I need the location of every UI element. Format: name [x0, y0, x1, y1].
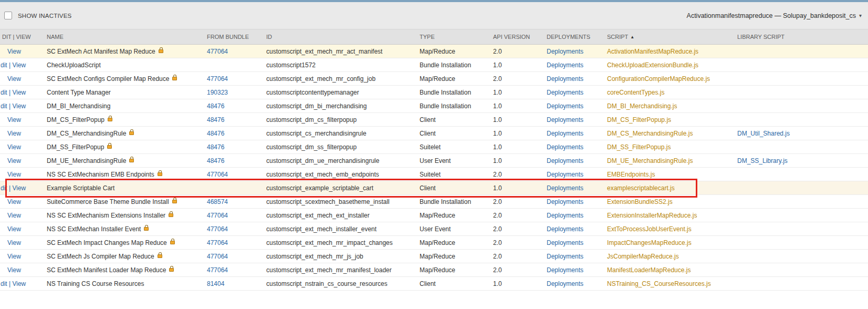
- view-link[interactable]: View: [7, 75, 21, 83]
- view-link[interactable]: View: [7, 143, 21, 151]
- view-link[interactable]: View: [7, 239, 21, 246]
- edit-link[interactable]: dit: [1, 280, 7, 287]
- deployments-link[interactable]: Deployments: [547, 225, 583, 233]
- script-name: CheckUploadScript: [47, 61, 101, 69]
- view-link[interactable]: View: [12, 89, 26, 96]
- column-header-script[interactable]: SCRIPT▲: [605, 34, 735, 40]
- bundle-link[interactable]: 477064: [207, 212, 228, 219]
- edit-link[interactable]: dit: [1, 89, 7, 96]
- deployments-link[interactable]: Deployments: [547, 253, 583, 260]
- deployments-link[interactable]: Deployments: [547, 143, 583, 151]
- script-file-link[interactable]: DM_CS_FilterPopup.js: [607, 116, 671, 123]
- bundle-link[interactable]: 477064: [207, 75, 228, 83]
- script-file-link[interactable]: DM_UE_MerchandisingRule.js: [607, 157, 693, 164]
- view-link[interactable]: View: [7, 225, 21, 233]
- script-file-link[interactable]: NSTraining_CS_CourseResources.js: [607, 280, 711, 287]
- bundle-cell: 48476: [205, 154, 264, 167]
- deployments-link[interactable]: Deployments: [547, 75, 583, 83]
- view-link[interactable]: View: [7, 171, 21, 178]
- bundle-link[interactable]: 48476: [207, 130, 224, 137]
- script-file-link[interactable]: ExtensionBundleSS2.js: [607, 198, 673, 205]
- view-link[interactable]: View: [7, 48, 21, 55]
- edit-link[interactable]: dit: [1, 61, 7, 69]
- view-link[interactable]: View: [7, 253, 21, 260]
- library-script-cell: [735, 181, 868, 194]
- deployments-link[interactable]: Deployments: [547, 116, 583, 123]
- script-file-link[interactable]: ConfigurationCompilerMapReduce.js: [607, 75, 710, 83]
- view-link[interactable]: View: [12, 61, 26, 69]
- bundle-cell: 477064: [205, 168, 264, 181]
- deployments-link[interactable]: Deployments: [547, 61, 583, 69]
- script-file-cell: ManifestLoaderMapReduce.js: [605, 263, 735, 276]
- column-header-edit-view[interactable]: DIT | VIEW: [0, 34, 45, 40]
- lock-icon: [172, 200, 177, 203]
- deployments-link[interactable]: Deployments: [547, 184, 583, 192]
- script-file-link[interactable]: JsCompilerMapReduce.js: [607, 253, 679, 260]
- view-link[interactable]: View: [12, 184, 26, 192]
- bundle-link[interactable]: 48476: [207, 157, 224, 164]
- view-link[interactable]: View: [12, 280, 26, 287]
- api-version: 1.0: [491, 113, 545, 126]
- view-link[interactable]: View: [7, 157, 21, 164]
- library-script-link[interactable]: DM_Util_Shared.js: [737, 130, 790, 137]
- deployments-link[interactable]: Deployments: [547, 130, 583, 137]
- script-file-link[interactable]: DM_SS_FilterPopup.js: [607, 143, 671, 151]
- script-file-link[interactable]: ManifestLoaderMapReduce.js: [607, 266, 691, 274]
- bundle-link[interactable]: 477064: [207, 253, 228, 260]
- column-header-type[interactable]: TYPE: [417, 34, 491, 40]
- script-file-link[interactable]: ExtensionInstallerMapReduce.js: [607, 212, 697, 219]
- bundle-link[interactable]: 477064: [207, 48, 228, 55]
- view-link[interactable]: View: [7, 198, 21, 205]
- quick-nav-dropdown[interactable]: Activationmanifestmapreduce — Solupay_ba…: [687, 12, 862, 19]
- deployments-link[interactable]: Deployments: [547, 198, 583, 205]
- script-file-link[interactable]: coreContentTypes.js: [607, 89, 664, 96]
- bundle-link[interactable]: 477064: [207, 266, 228, 274]
- script-file-link[interactable]: ExtToProcessJobUserEvent.js: [607, 225, 692, 233]
- column-header-api-version[interactable]: API VERSION: [491, 34, 545, 40]
- bundle-link[interactable]: 477064: [207, 239, 228, 246]
- view-link[interactable]: View: [7, 212, 21, 219]
- column-header-id[interactable]: ID: [264, 34, 417, 40]
- script-file-link[interactable]: ImpactChangesMapReduce.js: [607, 239, 692, 246]
- deployments-link[interactable]: Deployments: [547, 157, 583, 164]
- edit-link[interactable]: dit: [1, 184, 7, 192]
- script-file-link[interactable]: examplescriptablecart.js: [607, 184, 675, 192]
- column-header-deployments[interactable]: DEPLOYMENTS: [545, 34, 605, 40]
- view-link[interactable]: View: [7, 130, 21, 137]
- column-header-from-bundle[interactable]: FROM BUNDLE: [205, 34, 264, 40]
- deployments-link[interactable]: Deployments: [547, 266, 583, 274]
- deployments-link[interactable]: Deployments: [547, 48, 583, 55]
- view-link[interactable]: View: [12, 102, 26, 110]
- script-file-link[interactable]: DM_CS_MerchandisingRule.js: [607, 130, 693, 137]
- script-file-link[interactable]: ActivationManifestMapReduce.js: [607, 48, 698, 55]
- deployments-link[interactable]: Deployments: [547, 212, 583, 219]
- deployments-link[interactable]: Deployments: [547, 171, 583, 178]
- script-file-link[interactable]: DM_BI_Merchandising.js: [607, 102, 677, 110]
- bundle-link[interactable]: 468574: [207, 198, 228, 205]
- bundle-link[interactable]: 81404: [207, 280, 224, 287]
- bundle-link[interactable]: 48476: [207, 116, 224, 123]
- view-link[interactable]: View: [7, 116, 21, 123]
- deployments-link[interactable]: Deployments: [547, 89, 583, 96]
- show-inactives-checkbox[interactable]: [4, 12, 12, 19]
- script-file-link[interactable]: CheckUploadExtensionBundle.js: [607, 61, 698, 69]
- deployments-link[interactable]: Deployments: [547, 102, 583, 110]
- bundle-link[interactable]: 48476: [207, 143, 224, 151]
- bundle-link[interactable]: 48476: [207, 102, 224, 110]
- bundle-link[interactable]: 190323: [207, 89, 228, 96]
- script-file-link[interactable]: EMBEndpoints.js: [607, 171, 655, 178]
- script-id: customscriptcontenttypemanager: [264, 86, 417, 99]
- view-link[interactable]: View: [7, 266, 21, 274]
- library-script-cell: [735, 209, 868, 222]
- bundle-cell: [205, 181, 264, 194]
- row-actions: View: [0, 222, 45, 235]
- edit-link[interactable]: dit: [1, 102, 7, 110]
- column-header-name[interactable]: NAME: [45, 34, 205, 40]
- library-script-link[interactable]: DM_SS_Library.js: [737, 157, 788, 164]
- deployments-link[interactable]: Deployments: [547, 280, 583, 287]
- lock-icon: [144, 227, 149, 231]
- bundle-link[interactable]: 477064: [207, 225, 228, 233]
- bundle-link[interactable]: 477064: [207, 171, 228, 178]
- deployments-link[interactable]: Deployments: [547, 239, 583, 246]
- column-header-library-script[interactable]: LIBRARY SCRIPT: [735, 34, 868, 40]
